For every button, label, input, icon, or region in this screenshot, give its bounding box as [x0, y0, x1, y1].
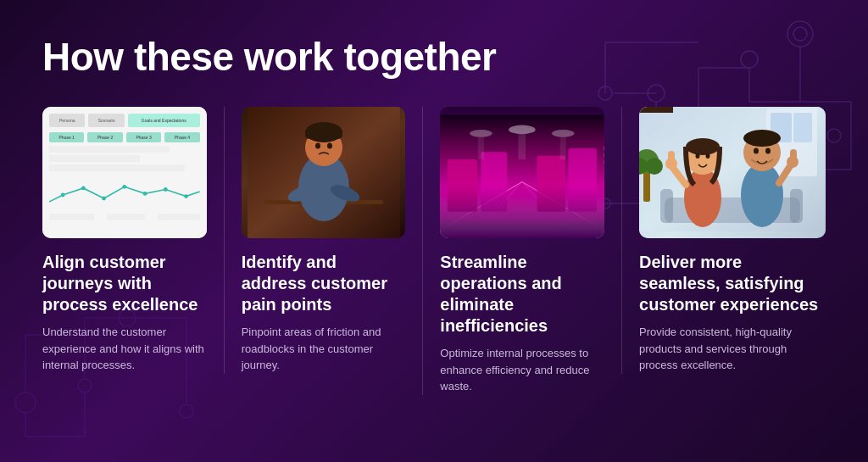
card-identify-address: Identify and address customer pain point… — [224, 107, 406, 374]
card-1-desc: Understand the customer experience and h… — [42, 324, 207, 374]
svg-point-43 — [164, 187, 168, 192]
svg-rect-97 — [790, 149, 797, 163]
card-align-journeys: Persona Scenario Goals and Expectations … — [42, 107, 207, 374]
card-deliver-experiences: Deliver more seamless, satisfying custom… — [621, 107, 826, 374]
svg-point-66 — [552, 130, 574, 137]
card-3-desc: Optimize internal processes to enhance e… — [440, 345, 604, 395]
page-title: How these work together — [42, 34, 826, 80]
card-1-image: Persona Scenario Goals and Expectations … — [42, 107, 207, 238]
card-4-desc: Provide consistent, high-quality product… — [639, 324, 826, 374]
svg-point-92 — [743, 130, 781, 147]
card-4-title: Deliver more seamless, satisfying custom… — [639, 252, 826, 315]
svg-line-58 — [477, 182, 522, 231]
svg-rect-73 — [793, 113, 812, 142]
svg-point-64 — [470, 130, 492, 137]
card-4-image — [639, 107, 826, 238]
card-2-desc: Pinpoint areas of friction and roadblock… — [242, 324, 406, 374]
svg-point-52 — [327, 143, 332, 149]
svg-rect-89 — [668, 151, 675, 164]
svg-rect-79 — [660, 189, 673, 223]
svg-rect-60 — [448, 159, 477, 212]
svg-point-86 — [706, 153, 710, 159]
svg-point-41 — [122, 185, 126, 189]
card-2-title: Identify and address customer pain point… — [242, 252, 406, 315]
card-streamline-ops: Streamline operations and eliminate inef… — [422, 107, 604, 395]
main-content: How these work together Persona Scenario… — [0, 0, 868, 420]
svg-point-65 — [509, 125, 536, 135]
svg-line-57 — [522, 182, 604, 231]
svg-rect-61 — [481, 152, 508, 211]
svg-point-42 — [143, 192, 147, 196]
card-1-title: Align customer journeys with process exc… — [42, 252, 207, 315]
svg-point-90 — [741, 163, 783, 227]
svg-rect-54 — [305, 131, 342, 139]
svg-line-56 — [440, 182, 522, 231]
svg-point-39 — [81, 186, 86, 191]
card-3-title: Streamline operations and eliminate inef… — [440, 252, 604, 337]
card-3-image — [440, 107, 604, 238]
cards-container: Persona Scenario Goals and Expectations … — [42, 107, 826, 395]
svg-point-85 — [696, 153, 700, 159]
svg-point-40 — [102, 197, 106, 201]
svg-point-77 — [646, 158, 663, 175]
svg-point-38 — [61, 193, 65, 198]
svg-point-51 — [315, 143, 320, 149]
svg-rect-80 — [790, 189, 803, 223]
svg-rect-62 — [537, 156, 565, 212]
svg-rect-63 — [569, 148, 597, 212]
svg-point-44 — [184, 194, 188, 198]
svg-line-59 — [522, 182, 567, 231]
svg-point-83 — [686, 138, 720, 155]
svg-point-94 — [765, 148, 771, 154]
card-2-image — [242, 107, 406, 238]
svg-rect-84 — [639, 107, 673, 113]
svg-point-93 — [754, 148, 759, 154]
